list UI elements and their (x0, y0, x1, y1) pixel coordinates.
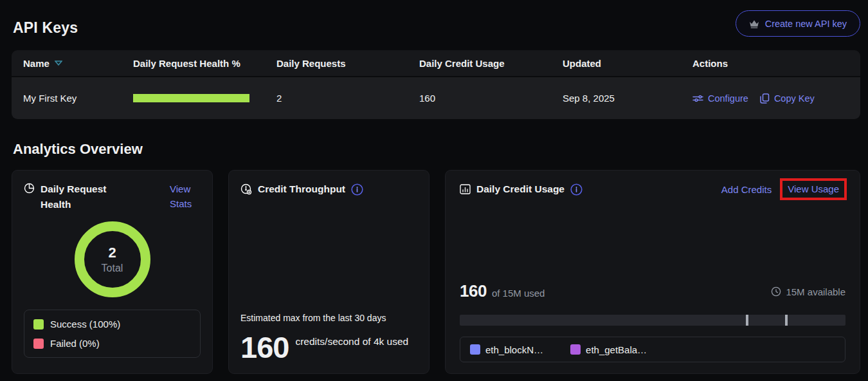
view-stats-link[interactable]: View Stats (170, 181, 201, 212)
request-health-donut: 2 Total (75, 221, 150, 297)
throughput-note: Estimated max from the last 30 days (240, 313, 417, 323)
clock-icon (771, 286, 781, 297)
column-name[interactable]: Name (12, 58, 133, 69)
info-icon[interactable] (351, 183, 363, 196)
eth-getbalance-swatch (570, 344, 581, 355)
add-credits-link[interactable]: Add Credits (721, 184, 772, 195)
copy-key-button[interactable]: Copy Key (760, 93, 815, 104)
configure-button[interactable]: Configure (692, 93, 748, 104)
progress-tick (746, 315, 748, 326)
legend-item-failed: Failed (0%) (33, 338, 191, 349)
throughput-card-title: Credit Throughput (258, 181, 345, 197)
health-card-title: Daily Request Health (41, 181, 116, 212)
donut-total-value: 2 (108, 245, 116, 261)
column-updated: Updated (563, 58, 692, 69)
info-icon[interactable] (570, 183, 583, 196)
daily-requests-value: 2 (276, 93, 419, 104)
api-keys-table: Name Daily Request Health % Daily Reques… (12, 50, 860, 119)
column-daily-credit-usage: Daily Credit Usage (419, 58, 563, 69)
legend-item-eth-getbalance: eth_getBala… (570, 344, 647, 355)
credit-throughput-card: Credit Throughput Estimated max from the… (228, 170, 429, 374)
credits-available: 15M available (771, 286, 845, 297)
sliders-icon (692, 94, 703, 103)
table-row: My First Key 2 160 Sep 8, 2025 Configure… (12, 76, 860, 119)
key-name: My First Key (12, 93, 133, 104)
copy-icon (760, 93, 770, 104)
create-api-key-label: Create new API key (765, 19, 847, 29)
analytics-cards: Daily Request Health View Stats 2 Total … (12, 170, 860, 374)
health-bar (133, 94, 249, 102)
throughput-value: 160 (240, 333, 289, 362)
table-header-row: Name Daily Request Health % Daily Reques… (12, 50, 860, 76)
health-legend: Success (100%) Failed (0%) (24, 310, 201, 358)
credit-usage-progress-bar (460, 315, 845, 326)
credits-used-label: of 15M used (492, 288, 545, 299)
usage-card-title: Daily Credit Usage (476, 181, 565, 197)
pie-chart-icon (24, 183, 35, 212)
view-usage-link[interactable]: View Usage (788, 183, 839, 194)
daily-credit-usage-card: Daily Credit Usage Add Credits View Usag… (445, 170, 860, 374)
column-actions: Actions (692, 58, 860, 69)
throughput-unit: credits/second of 4k used (295, 334, 417, 349)
failed-swatch (33, 339, 44, 349)
bar-chart-icon (460, 184, 471, 194)
success-swatch (33, 319, 44, 330)
legend-item-success: Success (100%) (33, 319, 191, 330)
progress-tick (785, 315, 788, 326)
eth-blocknumber-swatch (470, 344, 480, 355)
crown-icon (749, 19, 759, 28)
gauge-icon (240, 183, 252, 195)
analytics-overview-title: Analytics Overview (13, 141, 143, 158)
daily-credit-usage-value: 160 (419, 93, 563, 104)
donut-total-label: Total (102, 263, 123, 274)
usage-legend: eth_blockN… eth_getBala… (460, 337, 845, 362)
column-health: Daily Request Health % (133, 58, 276, 69)
sort-chevron-icon[interactable] (55, 60, 62, 66)
column-daily-requests: Daily Requests (276, 58, 419, 69)
page-title: API Keys (13, 19, 78, 37)
credits-used-value: 160 (460, 281, 487, 301)
create-api-key-button[interactable]: Create new API key (736, 10, 860, 37)
legend-item-eth-blocknumber: eth_blockN… (470, 344, 543, 355)
updated-value: Sep 8, 2025 (563, 93, 692, 104)
daily-request-health-card: Daily Request Health View Stats 2 Total … (12, 170, 213, 374)
